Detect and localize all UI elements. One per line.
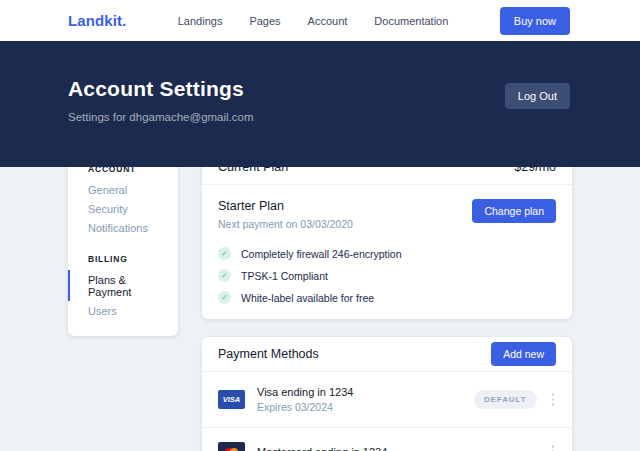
nav-link-landings[interactable]: Landings <box>178 15 223 27</box>
plan-name: Starter Plan <box>218 199 353 213</box>
plan-features-list: ✓ Completely firewall 246-encryption ✓ T… <box>218 247 556 304</box>
payment-methods-title: Payment Methods <box>218 347 319 361</box>
sidebar-heading-billing: BILLING <box>68 254 178 264</box>
plan-details: Starter Plan Next payment on 03/03/2020 <box>218 199 353 230</box>
payment-title: Mastercard ending in 1234 <box>257 446 387 451</box>
change-plan-button[interactable]: Change plan <box>472 199 556 223</box>
feature-item: ✓ White-label available for free <box>218 291 556 304</box>
payment-expiry: Expires 03/2024 <box>257 401 353 413</box>
payment-actions <box>550 443 557 451</box>
payment-info: Mastercard ending in 1234 <box>257 446 387 451</box>
logo[interactable]: Landkit. <box>68 12 126 29</box>
add-new-button[interactable]: Add new <box>491 342 556 366</box>
payment-title: Visa ending in 1234 <box>257 386 353 398</box>
nav-links: Landings Pages Account Documentation <box>126 15 499 27</box>
default-badge: DEFAULT <box>474 390 537 409</box>
sidebar-item-security[interactable]: Security <box>68 199 178 218</box>
kebab-menu-icon[interactable] <box>550 391 557 408</box>
nav-link-account[interactable]: Account <box>308 15 348 27</box>
buy-now-button[interactable]: Buy now <box>500 7 570 35</box>
payment-row-mastercard: Mastercard ending in 1234 <box>202 428 572 451</box>
main-column: Current Plan $29/mo Starter Plan Next pa… <box>202 150 572 451</box>
payment-info: Visa ending in 1234 Expires 03/2024 <box>257 386 353 413</box>
feature-label: TPSK-1 Compliant <box>241 270 328 282</box>
payment-methods-card: Payment Methods Add new VISA Visa ending… <box>202 337 572 451</box>
payment-methods-header: Payment Methods Add new <box>202 337 572 372</box>
page-title: Account Settings <box>68 77 570 101</box>
nav-link-pages[interactable]: Pages <box>249 15 280 27</box>
nav-link-documentation[interactable]: Documentation <box>374 15 448 27</box>
payment-row-visa: VISA Visa ending in 1234 Expires 03/2024… <box>202 372 572 428</box>
current-plan-body: Starter Plan Next payment on 03/03/2020 … <box>202 185 572 319</box>
hero-banner: Account Settings Settings for dhgamache@… <box>0 41 640 167</box>
plan-row: Starter Plan Next payment on 03/03/2020 … <box>218 199 556 230</box>
sidebar-item-users[interactable]: Users <box>68 301 178 320</box>
next-payment-date: Next payment on 03/03/2020 <box>218 218 353 230</box>
feature-label: White-label available for free <box>241 292 374 304</box>
feature-item: ✓ TPSK-1 Compliant <box>218 269 556 282</box>
kebab-menu-icon[interactable] <box>550 443 557 451</box>
feature-label: Completely firewall 246-encryption <box>241 248 402 260</box>
page-subtitle: Settings for dhgamache@gmail.com <box>68 111 570 123</box>
content-area: ACCOUNT General Security Notifications B… <box>68 150 572 451</box>
feature-item: ✓ Completely firewall 246-encryption <box>218 247 556 260</box>
sidebar-item-plans-payment[interactable]: Plans & Payment <box>68 270 178 301</box>
sidebar-item-notifications[interactable]: Notifications <box>68 218 178 237</box>
navbar: Landkit. Landings Pages Account Document… <box>0 0 640 41</box>
current-plan-card: Current Plan $29/mo Starter Plan Next pa… <box>202 150 572 319</box>
settings-sidebar: ACCOUNT General Security Notifications B… <box>68 150 178 336</box>
payment-actions: DEFAULT <box>474 390 556 409</box>
check-icon: ✓ <box>218 291 231 304</box>
check-icon: ✓ <box>218 269 231 282</box>
check-icon: ✓ <box>218 247 231 260</box>
sidebar-item-general[interactable]: General <box>68 180 178 199</box>
log-out-button[interactable]: Log Out <box>505 83 570 109</box>
visa-card-icon: VISA <box>218 390 245 409</box>
mastercard-card-icon <box>218 442 245 451</box>
